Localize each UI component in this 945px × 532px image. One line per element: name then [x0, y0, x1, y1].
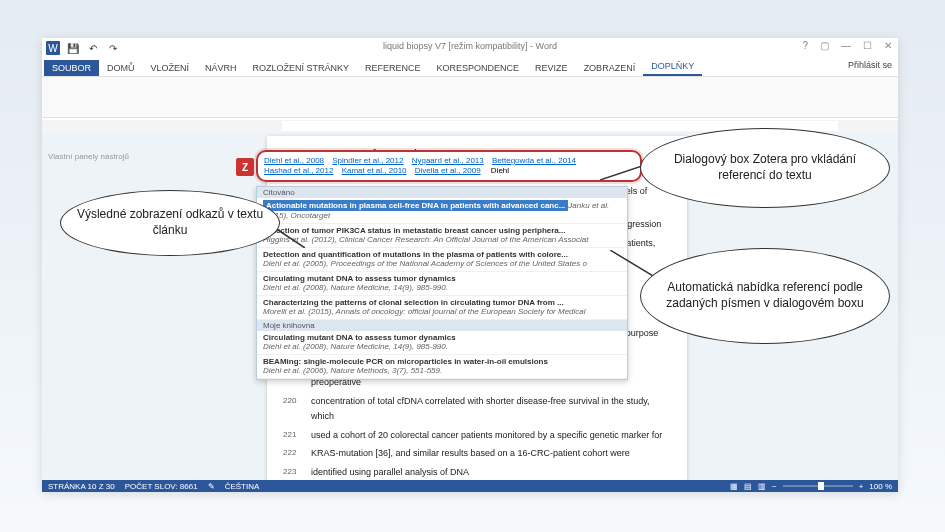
minimize-icon[interactable]: —: [841, 40, 851, 51]
cite-chip[interactable]: Hashad et al., 2012: [264, 166, 333, 175]
suggestion-sub: Diehl et al. (2008), Nature Medicine, 14…: [263, 283, 448, 292]
suggestion-sub: Diehl et al. (2006), Nature Methods, 3(7…: [263, 366, 442, 375]
undo-icon[interactable]: ↶: [86, 41, 100, 55]
cite-chip[interactable]: Nygaard et al., 2013: [412, 156, 484, 165]
line-number: 223: [283, 465, 296, 478]
suggestion-title: Detection and quantification of mutation…: [263, 250, 621, 259]
tab-design[interactable]: NÁVRH: [197, 60, 245, 76]
suggestion-item[interactable]: Circulating mutant DNA to assess tumor d…: [257, 331, 627, 355]
zoom-out-icon[interactable]: −: [772, 482, 777, 491]
suggestion-sub: Higgins et al. (2012), Clinical Cancer R…: [263, 235, 588, 244]
suggestion-title: Circulating mutant DNA to assess tumor d…: [263, 333, 621, 342]
title-bar: W 💾 ↶ ↷ liquid biopsy V7 [režim kompatib…: [42, 38, 898, 58]
callout-dialog: Dialogový box Zotera pro vkládání refere…: [640, 128, 890, 208]
spellcheck-icon[interactable]: ✎: [208, 482, 215, 491]
callout-text: Dialogový box Zotera pro vkládání refere…: [655, 152, 875, 183]
tab-insert[interactable]: VLOŽENÍ: [143, 60, 198, 76]
body-text: identified using parallel analysis of DN…: [311, 467, 469, 477]
status-page[interactable]: STRÁNKA 10 Z 30: [48, 482, 115, 491]
suggestion-item[interactable]: Circulating mutant DNA to assess tumor d…: [257, 272, 627, 296]
suggest-section-cited: Citováno: [257, 187, 627, 198]
help-icon[interactable]: ?: [802, 40, 808, 51]
suggestion-sub: Diehl et al. (2005), Proceedings of the …: [263, 259, 587, 268]
suggestion-title: BEAMing: single-molecule PCR on micropar…: [263, 357, 621, 366]
suggestion-sub: Diehl et al. (2008), Nature Medicine, 14…: [263, 342, 448, 351]
suggestion-title: Detection of tumor PIK3CA status in meta…: [263, 226, 621, 235]
line-number: 221: [283, 428, 296, 441]
panels-caption: Vlastní panely nástrojů: [48, 152, 129, 161]
callout-text: Výsledné zobrazení odkazů v textu článku: [75, 207, 265, 238]
maximize-icon[interactable]: ☐: [863, 40, 872, 51]
suggestion-sub: Morelli et al. (2015), Annals of oncolog…: [263, 307, 586, 316]
signin-link[interactable]: Přihlásit se: [848, 60, 892, 70]
window-title: liquid biopsy V7 [režim kompatibility] -…: [383, 41, 557, 51]
zoom-slider[interactable]: [783, 485, 853, 487]
zoom-in-icon[interactable]: +: [859, 482, 864, 491]
suggestion-title: Characterizing the patterns of clonal se…: [263, 298, 621, 307]
view-web-icon[interactable]: ▥: [758, 482, 766, 491]
tab-review[interactable]: REVIZE: [527, 60, 576, 76]
zotero-cites-bubble: Diehl et al., 2008 Spindler et al., 2012…: [264, 156, 634, 176]
zotero-icon: Z: [236, 158, 254, 176]
tab-mailings[interactable]: KORESPONDENCE: [429, 60, 528, 76]
status-words[interactable]: POČET SLOV: 8661: [125, 482, 198, 491]
ribbon-tabs: SOUBOR DOMŮ VLOŽENÍ NÁVRH ROZLOŽENÍ STRÁ…: [42, 58, 898, 77]
suggestion-item[interactable]: Detection of tumor PIK3CA status in meta…: [257, 224, 627, 248]
cite-chip[interactable]: Spindler et al., 2012: [332, 156, 403, 165]
body-text: used a cohort of 20 colorectal cancer pa…: [311, 430, 662, 440]
close-icon[interactable]: ✕: [884, 40, 892, 51]
zoom-value[interactable]: 100 %: [869, 482, 892, 491]
tab-page-layout[interactable]: ROZLOŽENÍ STRÁNKY: [245, 60, 358, 76]
line-number: 220: [283, 394, 296, 407]
word-icon: W: [46, 41, 60, 55]
zotero-citation-dialog[interactable]: Z Diehl et al., 2008 Spindler et al., 20…: [256, 150, 642, 182]
callout-result: Výsledné zobrazení odkazů v textu článku: [60, 190, 280, 256]
cite-chip[interactable]: Divella et al., 2009: [415, 166, 481, 175]
cite-chip[interactable]: Diehl et al., 2008: [264, 156, 324, 165]
status-language[interactable]: ČEŠTINA: [225, 482, 260, 491]
view-print-icon[interactable]: ▤: [744, 482, 752, 491]
tab-view[interactable]: ZOBRAZENÍ: [576, 60, 644, 76]
suggestion-title: Actionable mutations in plasma cell-free…: [263, 200, 568, 211]
save-icon[interactable]: 💾: [66, 41, 80, 55]
suggestion-item[interactable]: Characterizing the patterns of clonal se…: [257, 296, 627, 320]
callout-suggest: Automatická nabídka referencí podle zada…: [640, 248, 890, 344]
body-text: concentration of total cfDNA correlated …: [311, 396, 650, 421]
suggestion-item[interactable]: BEAMing: single-molecule PCR on micropar…: [257, 355, 627, 379]
suggest-section-library: Moje knihovna: [257, 320, 627, 331]
tab-home[interactable]: DOMŮ: [99, 60, 143, 76]
body-text: KRAS-mutation [36], and similar results …: [311, 448, 630, 458]
cite-chip[interactable]: Kamat et al., 2010: [342, 166, 407, 175]
tab-addins[interactable]: DOPLŇKY: [643, 58, 702, 76]
tab-references[interactable]: REFERENCE: [357, 60, 429, 76]
view-read-icon[interactable]: ▦: [730, 482, 738, 491]
suggestion-item[interactable]: Detection and quantification of mutation…: [257, 248, 627, 272]
line-number: 222: [283, 446, 296, 459]
redo-icon[interactable]: ↷: [106, 41, 120, 55]
zotero-search-input[interactable]: [489, 165, 525, 176]
suggestion-item[interactable]: Actionable mutations in plasma cell-free…: [257, 198, 627, 224]
callout-text: Automatická nabídka referencí podle zada…: [655, 280, 875, 311]
ribbon-body: [42, 77, 898, 118]
window-controls: ? ▢ — ☐ ✕: [802, 40, 892, 51]
tab-file[interactable]: SOUBOR: [44, 60, 99, 76]
cite-chip[interactable]: Bettegowda et al., 2014: [492, 156, 576, 165]
ribbon-collapse-icon[interactable]: ▢: [820, 40, 829, 51]
suggestion-title: Circulating mutant DNA to assess tumor d…: [263, 274, 621, 283]
status-bar: STRÁNKA 10 Z 30 POČET SLOV: 8661 ✎ ČEŠTI…: [42, 480, 898, 492]
zotero-suggestions: Citováno Actionable mutations in plasma …: [256, 186, 628, 380]
quick-access-toolbar: W 💾 ↶ ↷: [42, 38, 124, 58]
